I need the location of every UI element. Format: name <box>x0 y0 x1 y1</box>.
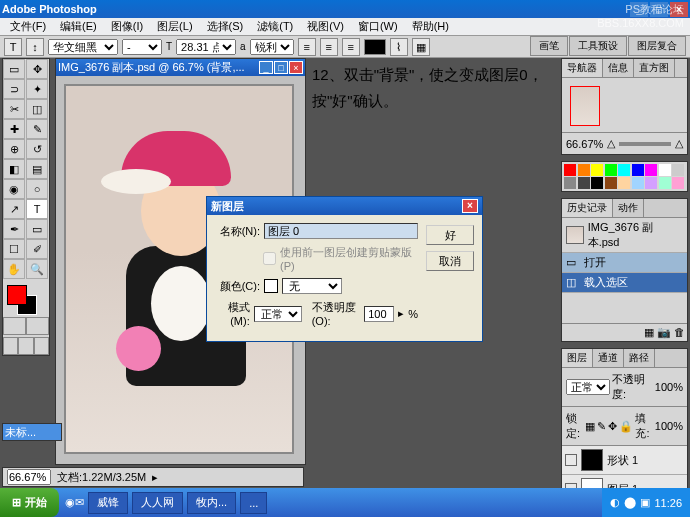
layer-shape1[interactable]: 形状 1 <box>562 446 687 475</box>
menu-image[interactable]: 图像(I) <box>105 17 149 36</box>
layer-name-input[interactable] <box>264 223 418 239</box>
taskbar-item[interactable]: 牧内... <box>187 492 236 514</box>
tab-tool-presets[interactable]: 工具预设 <box>569 36 627 56</box>
menu-file[interactable]: 文件(F) <box>4 17 52 36</box>
taskbar-item[interactable]: 人人网 <box>132 492 183 514</box>
tab-histogram[interactable]: 直方图 <box>634 59 675 77</box>
status-arrow-icon[interactable]: ▸ <box>152 471 158 484</box>
shape-tool[interactable]: ▭ <box>26 219 48 239</box>
warp-text-icon[interactable]: ⌇ <box>390 38 408 56</box>
start-button[interactable]: ⊞ 开始 <box>0 488 59 517</box>
clock[interactable]: 11:26 <box>654 497 682 509</box>
swatch[interactable] <box>564 164 576 176</box>
screen-mode-3[interactable] <box>34 337 49 355</box>
menu-layer[interactable]: 图层(L) <box>151 17 198 36</box>
swatch[interactable] <box>672 177 684 189</box>
screen-mode-2[interactable] <box>18 337 33 355</box>
menu-select[interactable]: 选择(S) <box>201 17 250 36</box>
opacity-input[interactable] <box>364 306 394 322</box>
swatch[interactable] <box>645 177 657 189</box>
menu-help[interactable]: 帮助(H) <box>406 17 455 36</box>
tab-layer-comps[interactable]: 图层复合 <box>628 36 686 56</box>
font-size-select[interactable]: 28.31 点 <box>176 39 236 55</box>
tab-brushes[interactable]: 画笔 <box>530 36 568 56</box>
dialog-titlebar[interactable]: 新图层 × <box>207 197 482 215</box>
history-item-open[interactable]: ▭ 打开 <box>562 253 687 273</box>
swatch[interactable] <box>578 177 590 189</box>
antialias-select[interactable]: 锐利 <box>250 39 294 55</box>
layer-thumbnail[interactable] <box>581 449 603 471</box>
tab-layers[interactable]: 图层 <box>562 349 593 367</box>
swatch[interactable] <box>632 177 644 189</box>
lasso-tool[interactable]: ⊃ <box>3 79 25 99</box>
history-snapshot-icon[interactable]: 📷 <box>657 326 671 339</box>
cancel-button[interactable]: 取消 <box>426 251 474 271</box>
history-new-doc-icon[interactable]: ▦ <box>644 326 654 339</box>
ok-button[interactable]: 好 <box>426 225 474 245</box>
gradient-tool[interactable]: ▤ <box>26 159 48 179</box>
tab-info[interactable]: 信息 <box>603 59 634 77</box>
blend-mode-select[interactable]: 正常 <box>566 379 610 395</box>
taskbar-item[interactable]: ... <box>240 492 267 514</box>
pen-tool[interactable]: ✒ <box>3 219 25 239</box>
text-color-swatch[interactable] <box>364 39 386 55</box>
zoom-slider[interactable] <box>619 142 671 146</box>
swatch[interactable] <box>659 164 671 176</box>
foreground-color-swatch[interactable] <box>7 285 27 305</box>
doc-minimize-button[interactable]: _ <box>259 61 273 74</box>
zoom-tool[interactable]: 🔍 <box>26 259 48 279</box>
swatch[interactable] <box>645 164 657 176</box>
zoom-in-icon[interactable]: △ <box>675 137 683 150</box>
heal-tool[interactable]: ✚ <box>3 119 25 139</box>
eraser-tool[interactable]: ◧ <box>3 159 25 179</box>
document-titlebar[interactable]: IMG_3676 副本.psd @ 66.7% (背景,... _ □ × <box>56 59 305 76</box>
zoom-out-icon[interactable]: △ <box>607 137 615 150</box>
lock-move-icon[interactable]: ✥ <box>608 420 617 433</box>
fill-value[interactable]: 100% <box>655 420 683 432</box>
align-center-icon[interactable]: ≡ <box>320 38 338 56</box>
quickmask-mode[interactable] <box>26 317 49 335</box>
stamp-tool[interactable]: ⊕ <box>3 139 25 159</box>
hand-tool[interactable]: ✋ <box>3 259 25 279</box>
tab-history[interactable]: 历史记录 <box>562 199 613 217</box>
swatch[interactable] <box>564 177 576 189</box>
align-left-icon[interactable]: ≡ <box>298 38 316 56</box>
swatch[interactable] <box>605 177 617 189</box>
history-brush-tool[interactable]: ↺ <box>26 139 48 159</box>
layer-opacity-value[interactable]: 100% <box>655 381 683 393</box>
swatch[interactable] <box>605 164 617 176</box>
menu-view[interactable]: 视图(V) <box>301 17 350 36</box>
notes-tool[interactable]: ☐ <box>3 239 25 259</box>
tray-icon[interactable]: ▣ <box>640 496 650 509</box>
menu-filter[interactable]: 滤镜(T) <box>251 17 299 36</box>
swatch[interactable] <box>591 164 603 176</box>
quicklaunch-icon[interactable]: ◉ <box>65 496 75 509</box>
tab-channels[interactable]: 通道 <box>593 349 624 367</box>
minimized-document[interactable]: 未标... <box>2 423 62 441</box>
crop-tool[interactable]: ✂ <box>3 99 25 119</box>
standard-mode[interactable] <box>3 317 26 335</box>
screen-mode-1[interactable] <box>3 337 18 355</box>
palettes-icon[interactable]: ▦ <box>412 38 430 56</box>
orientation-icon[interactable]: ↕ <box>26 38 44 56</box>
tray-icon[interactable]: ◐ <box>610 496 620 509</box>
brush-tool[interactable]: ✎ <box>26 119 48 139</box>
color-select[interactable]: 无 <box>282 278 342 294</box>
dodge-tool[interactable]: ○ <box>26 179 48 199</box>
slice-tool[interactable]: ◫ <box>26 99 48 119</box>
swatch[interactable] <box>578 164 590 176</box>
menu-edit[interactable]: 编辑(E) <box>54 17 103 36</box>
tab-navigator[interactable]: 导航器 <box>562 59 603 77</box>
dialog-close-button[interactable]: × <box>462 199 478 213</box>
font-style-select[interactable]: - <box>122 39 162 55</box>
lock-paint-icon[interactable]: ✎ <box>597 420 606 433</box>
align-right-icon[interactable]: ≡ <box>342 38 360 56</box>
history-snapshot[interactable]: IMG_3676 副本.psd <box>562 218 687 253</box>
opacity-arrow-icon[interactable]: ▸ <box>398 307 404 320</box>
taskbar-item[interactable]: 威锋 <box>88 492 128 514</box>
swatch[interactable] <box>659 177 671 189</box>
marquee-tool[interactable]: ▭ <box>3 59 25 79</box>
blur-tool[interactable]: ◉ <box>3 179 25 199</box>
history-trash-icon[interactable]: 🗑 <box>674 326 685 339</box>
move-tool[interactable]: ✥ <box>26 59 48 79</box>
